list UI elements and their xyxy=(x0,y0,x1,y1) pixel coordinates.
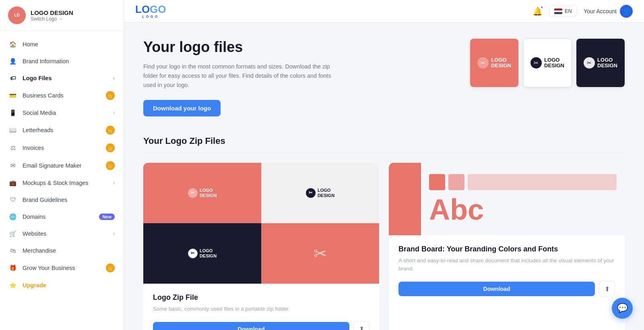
brand-color-strip xyxy=(389,163,421,235)
mini-logo-icon-pink: ✂ xyxy=(188,188,198,198)
shopping-bag-icon: 🛍 xyxy=(9,247,17,255)
book-open-icon: 📖 xyxy=(9,126,17,134)
sidebar: LD LOGO DESIGN Switch Logo → 🏠 Home 👤 Br… xyxy=(0,0,124,330)
notification-dot xyxy=(540,6,543,9)
main-content: LO GO LOGO 🔔 EN Your Account 👤 xyxy=(124,0,644,330)
topbar-go: GO xyxy=(150,4,166,15)
zip-card-title: Logo Zip File xyxy=(153,293,369,302)
sidebar-label-brand-information: Brand Information xyxy=(23,58,69,64)
logo-previews: ✂ LOGO DESIGN ✂ LO xyxy=(470,39,625,87)
chat-bubble-button[interactable]: 💬 xyxy=(612,298,633,319)
briefcase-icon: 💼 xyxy=(9,179,17,187)
page-content: Your logo files Find your logo in the mo… xyxy=(124,23,644,330)
topbar-right: 🔔 EN Your Account 👤 xyxy=(533,5,633,18)
sidebar-logo[interactable]: LD LOGO DESIGN Switch Logo → xyxy=(0,0,124,31)
sidebar-label-brand-guidelines: Brand Guidelines xyxy=(23,197,67,203)
sidebar-item-invoices[interactable]: ⚖ Invoices 👑 xyxy=(0,139,124,157)
sidebar-logo-title: LOGO DESIGN xyxy=(31,9,73,16)
flag-icon xyxy=(554,8,562,14)
zip-card-desc: Some basic, commonly used files in a por… xyxy=(153,305,369,313)
sidebar-item-logo-files[interactable]: 🏷 Logo Files › xyxy=(0,70,124,87)
sidebar-label-logo-files: Logo Files xyxy=(23,75,52,81)
shield-icon: 🛡 xyxy=(9,196,17,204)
brand-card-actions: Download ⬆ xyxy=(398,281,615,297)
brand-download-button[interactable]: Download xyxy=(398,282,595,296)
crown-badge-grow: 👑 xyxy=(106,264,115,272)
chevron-right-icon: › xyxy=(113,75,115,81)
logo-files-text: Your logo files Find your logo in the mo… xyxy=(143,39,454,116)
brand-card-title: Brand Board: Your Branding Colors and Fo… xyxy=(398,245,615,253)
credit-card-icon: 💳 xyxy=(9,91,17,100)
sidebar-label-home: Home xyxy=(23,41,38,48)
chevron-right-icon-mockups: › xyxy=(113,180,115,186)
logo-inner-dark: ✂ LOGO DESIGN xyxy=(584,57,617,69)
sidebar-item-mockups[interactable]: 💼 Mockups & Stock Images › xyxy=(0,174,124,191)
download-logo-button[interactable]: Download your logo xyxy=(143,100,221,116)
zip-cell-icon-symbol: ✂ xyxy=(314,244,327,263)
chevron-right-icon-social: › xyxy=(113,110,115,116)
home-icon: 🏠 xyxy=(9,40,17,48)
sidebar-item-websites[interactable]: 🛒 Websites › xyxy=(0,225,124,242)
logo-icon-dark: ✂ xyxy=(584,57,595,68)
user-circle-icon: 👤 xyxy=(9,57,17,65)
zip-cards-container: ✂ LOGO DESIGN ✂ xyxy=(143,163,625,330)
zip-card-body: Logo Zip File Some basic, commonly used … xyxy=(143,284,379,330)
zip-cell-pink-logo: ✂ LOGO DESIGN xyxy=(143,163,261,223)
logo-inner-light: ✂ LOGO DESIGN xyxy=(530,57,564,69)
crown-badge-invoices: 👑 xyxy=(106,143,115,152)
page-title: Your logo files xyxy=(143,39,454,56)
sidebar-nav: 🏠 Home 👤 Brand Information 🏷 Logo Files … xyxy=(0,31,124,330)
brand-abc-text: Abc xyxy=(429,195,617,224)
brand-card-body: Brand Board: Your Branding Colors and Fo… xyxy=(389,235,625,307)
account-button[interactable]: Your Account 👤 xyxy=(584,5,633,18)
language-selector[interactable]: EN xyxy=(549,5,577,17)
mail-icon: ✉ xyxy=(9,162,17,170)
topbar-logo-sub: LOGO xyxy=(142,15,159,19)
zip-cell-icon-only: ✂ xyxy=(261,223,379,284)
sidebar-item-brand-information[interactable]: 👤 Brand Information xyxy=(0,53,124,70)
notifications-button[interactable]: 🔔 xyxy=(533,6,543,16)
sidebar-logo-text-block: LOGO DESIGN Switch Logo → xyxy=(31,9,73,22)
sidebar-item-letterheads[interactable]: 📖 Letterheads 👑 xyxy=(0,121,124,139)
upgrade-label: Upgrade xyxy=(23,282,46,288)
crown-badge-email: 👑 xyxy=(106,161,115,170)
logo-preview-dark: ✂ LOGO DESIGN xyxy=(576,39,625,87)
sidebar-item-home[interactable]: 🏠 Home xyxy=(0,36,124,53)
logo-word2-dark: DESIGN xyxy=(597,63,617,68)
brand-board-card: Abc Brand Board: Your Branding Colors an… xyxy=(389,163,625,330)
brand-color-swatch-3 xyxy=(468,174,617,190)
sidebar-label-invoices: Invoices xyxy=(23,145,44,151)
logo-inner-pink: ✂ LOGO DESIGN xyxy=(477,57,511,69)
logo-preview-pink: ✂ LOGO DESIGN xyxy=(470,39,518,87)
sidebar-label-grow-business: Grow Your Business xyxy=(23,265,75,271)
sidebar-item-business-cards[interactable]: 💳 Business Cards 👑 xyxy=(0,87,124,104)
sidebar-label-domains: Domains xyxy=(23,214,45,220)
logo-preview-card-light: ✂ LOGO DESIGN xyxy=(523,39,572,87)
zip-download-button[interactable]: Download xyxy=(153,322,349,330)
logo-preview-light: ✂ LOGO DESIGN xyxy=(523,39,572,87)
sidebar-item-grow-business[interactable]: 🎁 Grow Your Business 👑 xyxy=(0,259,124,277)
logo-word2-light: DESIGN xyxy=(544,63,564,68)
logo-zip-card: ✂ LOGO DESIGN ✂ xyxy=(143,163,379,330)
sidebar-item-brand-guidelines[interactable]: 🛡 Brand Guidelines xyxy=(0,191,124,208)
brand-card-desc: A short and easy-to-read and share docum… xyxy=(398,257,615,273)
sidebar-item-domains[interactable]: 🌐 Domains New xyxy=(0,208,124,225)
logo-icon-pink: ✂ xyxy=(477,57,489,68)
logo-files-header: Your logo files Find your logo in the mo… xyxy=(143,39,625,116)
scale-icon: ⚖ xyxy=(9,144,17,152)
topbar-lo: LO xyxy=(135,4,150,15)
sidebar-item-email-signature[interactable]: ✉ Email Signature Maker 👑 xyxy=(0,157,124,174)
sidebar-item-social-media[interactable]: 📱 Social Media › xyxy=(0,104,124,121)
sidebar-switch-logo[interactable]: Switch Logo → xyxy=(31,16,73,22)
zip-cell-light-logo: ✂ LOGO DESIGN xyxy=(261,163,379,223)
sidebar-label-mockups: Mockups & Stock Images xyxy=(23,180,89,186)
upgrade-item[interactable]: ⭐ Upgrade xyxy=(0,277,124,294)
mini-logo-dark: ✂ LOGO DESIGN xyxy=(188,248,217,258)
account-label: Your Account xyxy=(584,8,617,15)
sidebar-label-email-signature: Email Signature Maker xyxy=(23,162,82,169)
zip-upload-button[interactable]: ⬆ xyxy=(353,321,369,330)
brand-color-pink xyxy=(389,163,421,235)
new-badge-domains: New xyxy=(99,214,115,220)
sidebar-item-merchandise[interactable]: 🛍 Merchandise xyxy=(0,242,124,259)
brand-upload-button[interactable]: ⬆ xyxy=(599,281,615,297)
